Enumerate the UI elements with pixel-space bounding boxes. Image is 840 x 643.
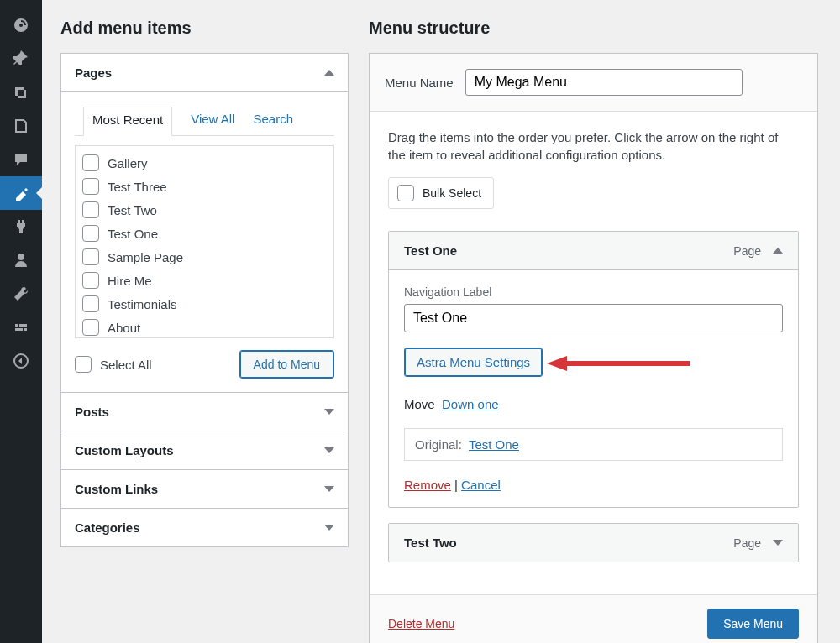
accordion-custom-links-label: Custom Links	[75, 482, 158, 496]
menu-item-title: Test One	[404, 243, 457, 258]
page-item[interactable]: Sample Page	[77, 245, 330, 269]
menu-footer-row: Delete Menu Save Menu	[370, 594, 817, 643]
add-items-heading: Add menu items	[60, 18, 349, 38]
accordion-custom-layouts-label: Custom Layouts	[75, 443, 174, 457]
sidebar-plugins-icon[interactable]	[0, 210, 42, 243]
checkbox-icon[interactable]	[82, 295, 99, 312]
page-item[interactable]: Testimonials	[77, 292, 330, 316]
select-all-toggle[interactable]: Select All	[75, 356, 152, 373]
page-item[interactable]: Gallery	[77, 151, 330, 175]
accordion-pages-label: Pages	[75, 65, 112, 80]
checkbox-icon[interactable]	[82, 178, 99, 195]
accordion-pages-body: Most Recent View All Search Gallery Test…	[61, 91, 348, 392]
chevron-down-icon	[324, 409, 334, 415]
checkbox-icon[interactable]	[82, 319, 99, 336]
page-item[interactable]: About	[77, 316, 330, 338]
nav-label-input[interactable]	[404, 304, 783, 332]
delete-menu-link[interactable]: Delete Menu	[388, 617, 454, 630]
admin-sidebar	[0, 0, 42, 643]
remove-link[interactable]: Remove	[404, 478, 451, 492]
checkbox-icon[interactable]	[82, 248, 99, 265]
accordion-categories-header[interactable]: Categories	[61, 508, 348, 546]
save-menu-button[interactable]: Save Menu	[707, 609, 799, 639]
menu-item-type: Page	[733, 244, 761, 258]
menu-name-input[interactable]	[465, 69, 743, 96]
page-item[interactable]: Test One	[77, 222, 330, 245]
page-item[interactable]: Test Three	[77, 175, 330, 198]
sidebar-tools-icon[interactable]	[0, 277, 42, 311]
page-item[interactable]: Test Two	[77, 198, 330, 222]
menu-structure-heading: Menu structure	[369, 18, 818, 38]
checkbox-icon[interactable]	[82, 154, 99, 171]
sidebar-appearance-icon[interactable]	[0, 176, 42, 210]
add-to-menu-button[interactable]: Add to Menu	[239, 350, 334, 379]
checkbox-icon[interactable]	[82, 201, 99, 218]
menu-item-test-two: Test Two Page	[388, 523, 799, 562]
menu-name-row: Menu Name	[370, 54, 817, 112]
sidebar-pages-icon[interactable]	[0, 109, 42, 143]
sidebar-pin-icon[interactable]	[0, 42, 42, 76]
sidebar-comments-icon[interactable]	[0, 143, 42, 176]
sidebar-settings-icon[interactable]	[0, 311, 42, 344]
move-row: Move Down one	[404, 397, 783, 411]
accordion-pages-header[interactable]: Pages	[61, 54, 348, 91]
menu-item-type: Page	[733, 536, 761, 550]
menu-structure-column: Menu structure Menu Name Drag the items …	[369, 18, 818, 626]
menu-name-label: Menu Name	[385, 76, 454, 90]
sidebar-media-icon[interactable]	[0, 76, 42, 109]
checkbox-icon[interactable]	[82, 272, 99, 289]
menu-item-title: Test Two	[404, 536, 457, 550]
accordion-custom-links-header[interactable]: Custom Links	[61, 469, 348, 508]
chevron-down-icon	[773, 540, 783, 546]
accordion-custom-layouts-header[interactable]: Custom Layouts	[61, 431, 348, 469]
astra-menu-settings-button[interactable]: Astra Menu Settings	[404, 348, 543, 377]
add-menu-items-column: Add menu items Pages Most Recent View Al…	[60, 18, 349, 626]
chevron-down-icon	[324, 525, 334, 531]
accordion-posts-header[interactable]: Posts	[61, 392, 348, 431]
menu-structure-card: Menu Name Drag the items into the order …	[369, 53, 818, 643]
pages-tabs: Most Recent View All Search	[75, 106, 334, 136]
page-item[interactable]: Hire Me	[77, 269, 330, 292]
svg-marker-2	[547, 356, 567, 371]
bulk-select-toggle[interactable]: Bulk Select	[388, 177, 494, 209]
chevron-up-icon	[773, 248, 783, 254]
checkbox-icon[interactable]	[82, 225, 99, 242]
checkbox-icon[interactable]	[75, 356, 92, 373]
checkbox-icon[interactable]	[397, 185, 414, 201]
tab-most-recent[interactable]: Most Recent	[83, 107, 172, 136]
add-items-accordion: Pages Most Recent View All Search Galler…	[60, 53, 349, 547]
sidebar-collapse-icon[interactable]	[0, 344, 42, 378]
sidebar-dashboard-icon[interactable]	[0, 8, 42, 42]
tab-search[interactable]: Search	[253, 107, 293, 136]
menu-item-header[interactable]: Test One Page	[389, 232, 798, 270]
chevron-up-icon	[324, 70, 334, 76]
menu-item-test-one: Test One Page Navigation Label Astra Men…	[388, 231, 799, 508]
menu-item-header[interactable]: Test Two Page	[389, 524, 798, 562]
menu-hint-text: Drag the items into the order you prefer…	[388, 128, 799, 164]
nav-label-caption: Navigation Label	[404, 285, 783, 299]
original-box: Original: Test One	[404, 428, 783, 461]
chevron-down-icon	[324, 447, 334, 453]
move-down-link[interactable]: Down one	[442, 397, 499, 411]
tab-view-all[interactable]: View All	[191, 107, 234, 136]
chevron-down-icon	[324, 486, 334, 492]
accordion-posts-label: Posts	[75, 405, 109, 419]
sidebar-users-icon[interactable]	[0, 243, 42, 277]
original-link[interactable]: Test One	[469, 437, 519, 452]
annotation-arrow-icon	[547, 354, 690, 373]
accordion-categories-label: Categories	[75, 520, 140, 535]
pages-checklist[interactable]: Gallery Test Three Test Two Test One Sam…	[75, 145, 334, 338]
cancel-link[interactable]: Cancel	[461, 478, 501, 492]
